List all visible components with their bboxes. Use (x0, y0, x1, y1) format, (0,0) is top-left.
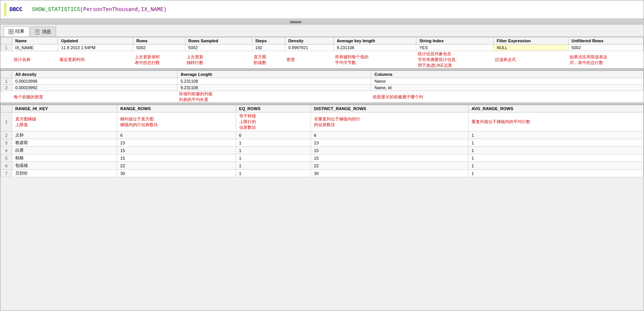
col-string-index: String Index (416, 37, 494, 45)
cell-range-rows-5: 15 (117, 154, 236, 162)
cell-eq-rows-2: 6 (236, 131, 311, 139)
col-name: Name (12, 37, 58, 45)
annotation-range-hi-key: 直方图梯级上限值 (15, 117, 36, 127)
table-row: 3 敦谚雨 23 1 23 1 (1, 139, 644, 147)
annotation-string-index: 统计信息对象包含字符串摘要统计信息,用于改进LIKE运算 (418, 51, 457, 67)
cell-distinct-range-rows-6: 22 (311, 162, 469, 170)
cell-avg-key-length: 9.231108 (333, 45, 416, 51)
cell-avg-range-rows-3: 1 (469, 139, 644, 147)
cell-avg-range-rows-7: 1 (469, 170, 644, 177)
annotation-filter: 过滤表达式 (495, 57, 516, 62)
table-row: 1 0.00019996 5.231108 Name (1, 78, 644, 85)
tabs-bar: 结果 消息 (0, 25, 644, 37)
sql-text: DBCC SHOW_STATISTICS(PersonTenThousand,I… (10, 6, 167, 13)
main-container: DBCC SHOW_STATISTICS(PersonTenThousand,I… (0, 0, 644, 311)
annotation-row-1: 统计名称 最近更新时间 上次更新表时表中的总行数 上次更新抽样行数 直方图阶级数… (1, 51, 644, 69)
row-num: 5 (1, 154, 12, 162)
tab-messages[interactable]: 消息 (30, 27, 56, 37)
cell-steps: 192 (252, 45, 285, 51)
col-rows-sampled: Rows Sampled (185, 37, 252, 45)
cell-range-rows-6: 22 (117, 162, 236, 170)
table-row: 5 柏格 15 1 15 1 (1, 154, 644, 162)
cell-distinct-range-rows-3: 23 (311, 139, 469, 147)
col-rownum3 (1, 105, 12, 112)
col-range-hi-key: RANGE_HI_KEY (12, 105, 117, 112)
cell-avg-range-rows-4: 1 (469, 147, 644, 154)
annotation-eq-rows: 等于样级上限行的估算数目 (239, 114, 256, 130)
cell-unfiltered-rows: 5002 (568, 45, 643, 51)
cell-eq-rows-3: 1 (236, 139, 311, 147)
table-row: 6 包谣雄 22 1 22 1 (1, 162, 644, 170)
scrollbar-area[interactable] (0, 19, 644, 25)
col-rows: Rows (133, 37, 185, 45)
scrollbar-track[interactable] (1, 21, 643, 24)
svg-rect-1 (11, 29, 13, 31)
svg-rect-2 (9, 32, 11, 34)
tab-messages-label: 消息 (42, 29, 51, 35)
sql-function: SHOW_STATISTICS (32, 6, 80, 13)
row-num: 7 (1, 170, 12, 177)
cell-updated: 11 8 2013 1:54PM (58, 45, 133, 51)
cell-rows: 5002 (133, 45, 185, 51)
annotation-avg-key: 所有键到每个值的平均字节数 (335, 55, 369, 65)
cell-distinct-range-rows-4: 15 (311, 147, 469, 154)
col-filter-expression: Filter Expression (493, 37, 568, 45)
annotation-columns: 前面显示的前缀属于哪个列 (373, 95, 423, 99)
col-avg-range-rows: AVG_RANGE_ROWS (469, 105, 644, 112)
table-row: 4 白票 15 1 15 1 (1, 147, 644, 154)
cell-columns-2: Name, Id (371, 85, 644, 91)
annotation-avg-range-rows: 重复列值位于梯级内的平均行数 (472, 119, 530, 124)
col-all-density: All density (12, 71, 177, 78)
col-average-length: Average Length (177, 71, 371, 78)
cell-range-rows-4: 15 (117, 147, 236, 154)
cell-rows-sampled: 5002 (185, 45, 252, 51)
cell-eq-rows-6: 1 (236, 162, 311, 170)
cell-avg-range-rows-6: 1 (469, 162, 644, 170)
annotation-range-rows: 梯列值位于直方图梯级内的行估算数目 (120, 117, 158, 127)
cell-range-hi-key-2: 义孙 (12, 131, 117, 139)
row-num: 4 (1, 147, 12, 154)
cell-eq-rows-7: 1 (236, 170, 311, 177)
histogram-table: RANGE_HI_KEY RANGE_ROWS EQ_ROWS DISTINCT… (0, 105, 644, 177)
row-num: 1 (1, 45, 12, 51)
cell-name: IX_NAME (12, 45, 58, 51)
cell-avg-length-1: 5.231108 (177, 78, 371, 85)
col-eq-rows: EQ_ROWS (236, 105, 311, 112)
table2-section: All density Average Length Columns 1 0.0… (0, 71, 644, 103)
col-rownum (1, 37, 12, 45)
row-num: 2 (1, 131, 12, 139)
results-area[interactable]: Name Updated Rows Rows Sampled Steps Den… (0, 37, 644, 177)
table-row: 2 义孙 6 6 6 1 (1, 131, 644, 139)
cell-string-index: YES (416, 45, 494, 51)
cell-range-rows-7: 30 (117, 170, 236, 177)
col-avg-key-length: Average key length (333, 37, 416, 45)
annotation-steps: 直方图阶级数 (254, 55, 266, 65)
annotation-row-histogram: 1 直方图梯级上限值 梯列值位于直方图梯级内的行估算数目 等于样级上限行的估算数… (1, 112, 644, 131)
cell-range-hi-key-4: 白票 (12, 147, 117, 154)
cell-range-hi-key-7: 贝切疥 (12, 170, 117, 177)
cell-avg-range-rows-2: 1 (469, 131, 644, 139)
col-rownum2 (1, 71, 12, 78)
grid-icon (8, 29, 14, 34)
sql-keyword: DBCC (10, 6, 23, 13)
annotation-row-2: 每个前缀的密度 存储列前缀的列值列表的平均长度 前面显示的前缀属于哪个列 (1, 91, 644, 103)
cell-eq-rows-5: 1 (236, 154, 311, 162)
cell-columns-1: Name (371, 78, 644, 85)
annotation-distinct-range-rows: 非重复列位于梯级内的行的估算数目 (314, 117, 360, 127)
col-steps: Steps (252, 37, 285, 45)
cell-all-density-1: 0.00019996 (12, 78, 177, 85)
cell-distinct-range-rows-5: 15 (311, 154, 469, 162)
table-row: 1 IX_NAME 11 8 2013 1:54PM 5002 5002 192… (1, 45, 644, 51)
row-num: 1 (1, 78, 12, 85)
sql-editor: DBCC SHOW_STATISTICS(PersonTenThousand,I… (0, 0, 644, 19)
cell-density: 0.9997921 (285, 45, 333, 51)
annotation-unfiltered: 如果没应用筛选表达式，表中的总行数 (570, 55, 607, 65)
doc-icon (35, 29, 40, 35)
cell-range-hi-key-3: 敦谚雨 (12, 139, 117, 147)
cell-distinct-range-rows-7: 30 (311, 170, 469, 177)
tab-results[interactable]: 结果 (3, 26, 29, 37)
cell-range-hi-key-6: 包谣雄 (12, 162, 117, 170)
cell-range-rows-3: 23 (117, 139, 236, 147)
col-range-rows: RANGE_ROWS (117, 105, 236, 112)
scrollbar-thumb[interactable] (290, 21, 301, 23)
